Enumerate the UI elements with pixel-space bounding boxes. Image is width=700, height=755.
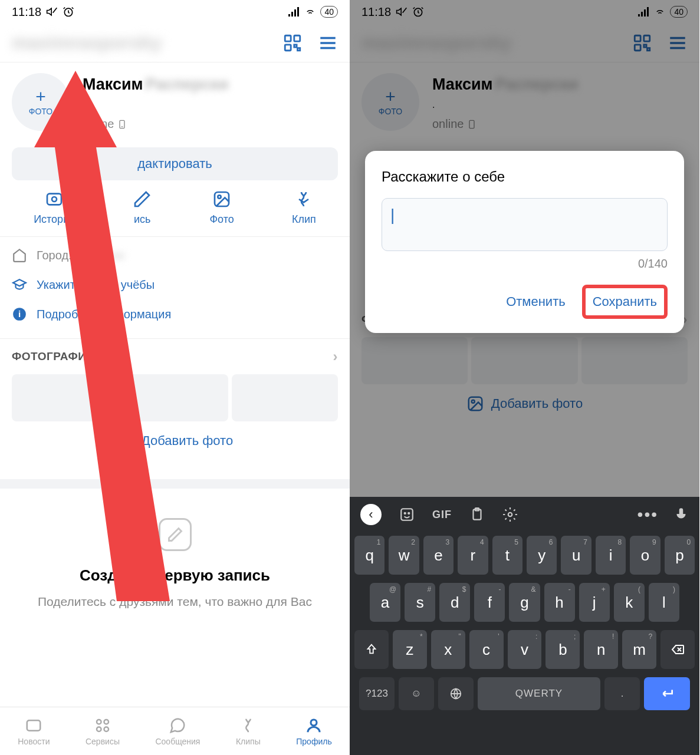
phone-right: 11:18 40 maximrasporsky + ФОТО МаксимРас… xyxy=(350,0,699,755)
kb-key-x[interactable]: x" xyxy=(431,630,465,669)
svg-point-23 xyxy=(122,437,125,440)
svg-point-48 xyxy=(405,513,406,514)
kb-key-i[interactable]: i8 xyxy=(596,536,626,575)
mic-icon[interactable] xyxy=(673,507,689,522)
bottom-nav: Новости Сервисы Сообщения Клипы Профиль xyxy=(0,707,350,755)
action-story[interactable]: История xyxy=(34,190,75,226)
page-header: maximrasporsky xyxy=(0,24,350,62)
kb-key-m[interactable]: m? xyxy=(622,630,656,669)
alarm-icon xyxy=(63,6,74,18)
status-time: 11:18 xyxy=(12,5,41,19)
create-post-title: Создайте первую запись xyxy=(18,566,332,585)
phone-left: 11:18 40 maximrasporsky + ФОТО МаксимРас… xyxy=(0,0,350,755)
kb-enter[interactable] xyxy=(644,677,690,710)
wifi-icon xyxy=(304,6,317,17)
action-photo[interactable]: Фото xyxy=(209,190,234,226)
nav-news[interactable]: Новости xyxy=(18,717,50,746)
muted-icon xyxy=(46,6,58,18)
kb-key-q[interactable]: q1 xyxy=(354,536,384,575)
info-education[interactable]: Укажите место учёбы xyxy=(12,270,338,299)
action-clip[interactable]: Клип xyxy=(292,190,316,226)
svg-rect-47 xyxy=(401,509,413,520)
svg-rect-8 xyxy=(285,44,291,50)
kb-key-n[interactable]: n! xyxy=(584,630,618,669)
kb-key-a[interactable]: a@ xyxy=(370,583,400,622)
kb-row-1: q1w2e3r4t5y6u7i8o9p0 xyxy=(354,536,695,575)
save-button[interactable]: Сохранить xyxy=(582,285,668,319)
kb-key-j[interactable]: j+ xyxy=(579,583,610,622)
nav-messages[interactable]: Сообщения xyxy=(155,717,200,746)
settings-icon[interactable] xyxy=(502,507,518,522)
svg-point-52 xyxy=(508,513,512,517)
create-post-section: Создайте первую запись Поделитесь с друз… xyxy=(0,489,350,628)
kb-key-o[interactable]: o9 xyxy=(630,536,660,575)
svg-rect-14 xyxy=(120,120,124,128)
svg-point-19 xyxy=(218,195,221,198)
kb-key-h[interactable]: h- xyxy=(544,583,575,622)
svg-rect-5 xyxy=(297,7,299,17)
kb-spacebar[interactable]: QWERTY xyxy=(478,677,600,710)
kb-key-c[interactable]: c' xyxy=(469,630,504,669)
cancel-button[interactable]: Отменить xyxy=(498,285,574,319)
kb-row-3: z*x"c'v:b;n!m? xyxy=(354,630,695,669)
kb-key-d[interactable]: d$ xyxy=(439,583,470,622)
kb-key-g[interactable]: g& xyxy=(509,583,540,622)
svg-rect-3 xyxy=(291,12,293,17)
svg-text:i: i xyxy=(18,309,21,319)
avatar-add-button[interactable]: + ФОТО xyxy=(12,73,70,131)
photos-header[interactable]: ФОТОГРАФИИ › xyxy=(0,339,350,374)
more-icon[interactable]: ••• xyxy=(637,505,658,524)
nav-services[interactable]: Сервисы xyxy=(86,717,120,746)
svg-rect-9 xyxy=(294,44,297,47)
kb-key-w[interactable]: w2 xyxy=(389,536,419,575)
menu-icon[interactable] xyxy=(318,33,338,53)
profile-name: МаксимРасперски xyxy=(83,75,338,94)
create-post-subtitle: Поделитесь с друзьями тем, что важно для… xyxy=(18,593,332,610)
nav-clips[interactable]: Клипы xyxy=(236,717,261,746)
info-details[interactable]: i Подробная информация xyxy=(12,299,338,329)
photo-tile[interactable] xyxy=(232,374,338,421)
svg-rect-7 xyxy=(294,35,300,41)
sticker-icon[interactable] xyxy=(399,507,415,522)
kb-emoji[interactable]: ☺ xyxy=(399,677,434,710)
nav-profile[interactable]: Профиль xyxy=(296,717,331,746)
clipboard-icon[interactable] xyxy=(469,507,485,522)
kb-key-s[interactable]: s# xyxy=(405,583,435,622)
svg-point-27 xyxy=(97,727,101,731)
kb-key-p[interactable]: p0 xyxy=(665,536,695,575)
kb-key-l[interactable]: l) xyxy=(649,583,679,622)
action-post[interactable]: ись xyxy=(133,190,152,226)
profile-status[interactable]: . xyxy=(83,100,338,110)
plus-icon: + xyxy=(35,88,46,105)
gif-button[interactable]: GIF xyxy=(432,509,452,521)
info-city[interactable]: Город:Moscow xyxy=(12,240,338,270)
svg-rect-10 xyxy=(298,48,300,50)
kb-symbols[interactable]: ?123 xyxy=(359,677,395,710)
kb-key-y[interactable]: y6 xyxy=(527,536,557,575)
qr-icon[interactable] xyxy=(282,33,303,53)
kb-key-k[interactable]: k( xyxy=(614,583,645,622)
kb-collapse-icon[interactable]: ‹ xyxy=(360,504,382,525)
photo-tile[interactable] xyxy=(121,374,228,421)
kb-shift[interactable] xyxy=(354,630,389,669)
kb-key-u[interactable]: u7 xyxy=(561,536,591,575)
svg-rect-4 xyxy=(294,9,296,17)
kb-key-z[interactable]: z* xyxy=(393,630,427,669)
pencil-icon xyxy=(159,518,192,551)
kb-period[interactable]: . xyxy=(604,677,640,710)
kb-key-e[interactable]: e3 xyxy=(423,536,453,575)
kb-language[interactable] xyxy=(438,677,474,710)
edit-profile-button[interactable]: дактировать xyxy=(12,147,338,180)
kb-key-v[interactable]: v: xyxy=(508,630,542,669)
svg-point-26 xyxy=(104,720,109,724)
kb-key-r[interactable]: r4 xyxy=(458,536,488,575)
kb-key-b[interactable]: b; xyxy=(545,630,580,669)
kb-key-t[interactable]: t5 xyxy=(492,536,522,575)
photo-tiles xyxy=(0,374,350,421)
kb-backspace[interactable] xyxy=(660,630,695,669)
kb-key-f[interactable]: f- xyxy=(474,583,505,622)
add-photo-button[interactable]: Добавить фото xyxy=(0,421,350,473)
photo-tile[interactable] xyxy=(12,374,118,421)
about-textarea[interactable]: | xyxy=(382,198,668,251)
svg-point-28 xyxy=(104,727,109,731)
